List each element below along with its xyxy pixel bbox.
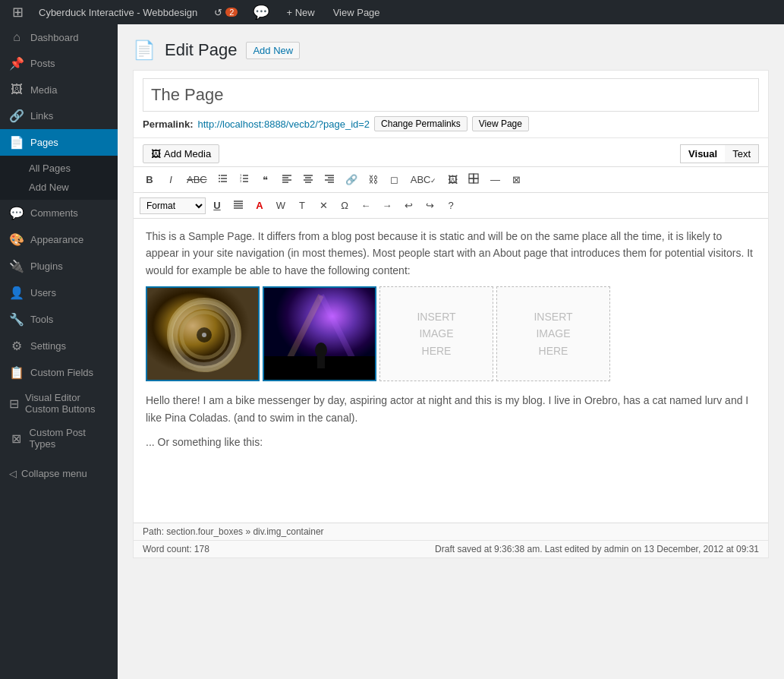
- sidebar-item-custom-fields[interactable]: 📋 Custom Fields: [0, 359, 118, 386]
- svg-rect-24: [469, 174, 474, 178]
- sidebar-item-settings[interactable]: ⚙ Settings: [0, 333, 118, 359]
- main-content: 📄 Edit Page Add New Permalink: http://lo…: [118, 24, 784, 679]
- path-bar: Path: section.four_boxes » div.img_conta…: [134, 523, 768, 540]
- toolbar-row-2: Format Paragraph Heading 1 Heading 2 U A…: [134, 193, 768, 219]
- submenu-add-new[interactable]: Add New: [0, 178, 118, 197]
- svg-point-35: [197, 327, 212, 343]
- site-name[interactable]: Cyberduck Interactive - Webbdesign: [30, 7, 206, 18]
- change-permalinks-button[interactable]: Change Permalinks: [374, 116, 468, 131]
- custom-post-types-icon: ⊠: [9, 431, 24, 446]
- sidebar-item-visual-editor[interactable]: ⊟ Visual Editor Custom Buttons: [0, 386, 118, 421]
- image-concert[interactable]: [263, 286, 376, 381]
- toolbar-strikethrough[interactable]: ABC: [182, 171, 212, 188]
- image-turntable[interactable]: [146, 286, 260, 381]
- add-media-button[interactable]: 🖼 Add Media: [143, 144, 219, 163]
- wp-logo[interactable]: ⊞: [6, 4, 30, 21]
- format-select[interactable]: Format Paragraph Heading 1 Heading 2: [140, 197, 206, 214]
- media-icon: 🖼: [9, 83, 24, 96]
- toolbar-align-left[interactable]: [277, 170, 297, 189]
- collapse-label: Collapse menu: [21, 468, 87, 479]
- toolbar-wp-more[interactable]: —: [485, 171, 505, 188]
- toolbar-ul[interactable]: [213, 170, 233, 189]
- sidebar-item-tools[interactable]: 🔧 Tools: [0, 306, 118, 333]
- permalink-label: Permalink:: [143, 118, 193, 130]
- post-title-input[interactable]: [143, 78, 759, 112]
- sidebar-item-dashboard[interactable]: ⌂ Dashboard: [0, 24, 118, 50]
- sidebar-item-links[interactable]: 🔗 Links: [0, 103, 118, 129]
- toolbar-clear-format[interactable]: ✕: [313, 197, 333, 214]
- toolbar-paste-word[interactable]: W: [271, 197, 291, 214]
- pages-submenu: All Pages Add New: [0, 156, 118, 200]
- svg-point-33: [170, 301, 238, 369]
- sidebar-item-label: Links: [30, 110, 53, 122]
- edit-page-icon: 📄: [133, 39, 156, 61]
- toolbar-spell[interactable]: ABC✓: [406, 171, 442, 188]
- toolbar-link[interactable]: 🔗: [341, 171, 362, 188]
- sidebar-item-posts[interactable]: 📌 Posts: [0, 50, 118, 77]
- sidebar-item-media[interactable]: 🖼 Media: [0, 77, 118, 103]
- permalink-url[interactable]: http://localhost:8888/vecb2/?page_id=2: [197, 118, 370, 130]
- toolbar-table[interactable]: [464, 170, 483, 189]
- submenu-all-pages[interactable]: All Pages: [0, 159, 118, 178]
- visual-editor-icon: ⊟: [9, 396, 19, 411]
- toolbar-ol[interactable]: 123: [235, 170, 254, 189]
- toolbar-outdent[interactable]: ←: [356, 197, 376, 214]
- new-link[interactable]: + New: [277, 7, 323, 18]
- collapse-icon: ◁: [9, 468, 17, 479]
- toolbar-bold[interactable]: B: [140, 171, 159, 188]
- svg-rect-42: [317, 355, 325, 368]
- toolbar-paste-text[interactable]: T: [292, 197, 312, 214]
- toolbar-help[interactable]: ?: [441, 197, 461, 214]
- toolbar-align-center[interactable]: [298, 170, 318, 189]
- page-header: 📄 Edit Page Add New: [133, 39, 769, 61]
- svg-point-3: [219, 175, 220, 176]
- text-tab[interactable]: Text: [725, 145, 758, 163]
- visual-tab[interactable]: Visual: [681, 145, 725, 163]
- sidebar-item-label: Users: [30, 287, 56, 298]
- svg-point-36: [202, 333, 206, 337]
- sidebar-item-custom-post-types[interactable]: ⊠ Custom Post Types: [0, 421, 118, 456]
- add-new-button[interactable]: Add New: [246, 42, 300, 59]
- toolbar-row-1: B I ABC 123 ❝ 🔗: [134, 167, 768, 193]
- toolbar-unlink[interactable]: ⛓: [364, 171, 383, 188]
- sidebar-item-comments[interactable]: 💬 Comments: [0, 200, 118, 226]
- svg-text:3: 3: [240, 179, 242, 183]
- toolbar-blockquote[interactable]: ❝: [256, 171, 276, 188]
- editor-content-area[interactable]: This is a Sample Page. It differs from a…: [134, 219, 768, 523]
- word-count-value: 178: [194, 544, 209, 554]
- toolbar-italic[interactable]: I: [161, 171, 181, 188]
- updates-link[interactable]: ↺ 2: [206, 7, 245, 18]
- sidebar-item-label: Comments: [30, 207, 78, 219]
- draft-status: Draft saved at 9:36:38 am. Last edited b…: [435, 544, 759, 554]
- toolbar-font-color[interactable]: A: [250, 197, 269, 214]
- toolbar-indent[interactable]: →: [377, 197, 397, 214]
- sidebar-item-users[interactable]: 👤 Users: [0, 279, 118, 306]
- toolbar-justify[interactable]: [228, 196, 248, 215]
- toolbar-align-right[interactable]: [320, 170, 339, 189]
- image-placeholder-2[interactable]: INSERTIMAGEHERE: [496, 286, 610, 381]
- sidebar-item-label: Visual Editor Custom Buttons: [25, 392, 109, 415]
- toolbar-char-map[interactable]: Ω: [335, 197, 354, 214]
- image-placeholder-1[interactable]: INSERTIMAGEHERE: [379, 286, 493, 381]
- view-page-button[interactable]: View Page: [472, 116, 529, 131]
- toolbar-redo[interactable]: ↪: [420, 197, 439, 214]
- sidebar-item-label: Pages: [30, 137, 58, 148]
- editor-container: Permalink: http://localhost:8888/vecb2/?…: [133, 70, 769, 558]
- sidebar-item-appearance[interactable]: 🎨 Appearance: [0, 226, 118, 253]
- editor-top-row: 🖼 Add Media Visual Text: [134, 138, 768, 167]
- toolbar-img[interactable]: 🖼: [442, 171, 462, 188]
- appearance-icon: 🎨: [9, 232, 24, 247]
- sidebar-item-plugins[interactable]: 🔌 Plugins: [0, 253, 118, 279]
- sidebar-item-pages[interactable]: 📄 Pages: [0, 129, 118, 156]
- updates-badge: 2: [225, 8, 238, 17]
- add-media-icon: 🖼: [151, 148, 161, 159]
- collapse-menu-button[interactable]: ◁ Collapse menu: [0, 462, 118, 485]
- view-page-link[interactable]: View Page: [324, 7, 389, 18]
- turntable-image: [147, 288, 260, 381]
- toolbar-undo[interactable]: ↩: [398, 197, 418, 214]
- toolbar-underline[interactable]: U: [207, 197, 227, 214]
- content-paragraph-2: Hello there! I am a bike messenger by da…: [146, 392, 756, 426]
- comments-icon[interactable]: 💬: [245, 4, 277, 21]
- toolbar-fullscreen[interactable]: ⊠: [506, 171, 526, 188]
- toolbar-insert[interactable]: ◻: [385, 171, 405, 188]
